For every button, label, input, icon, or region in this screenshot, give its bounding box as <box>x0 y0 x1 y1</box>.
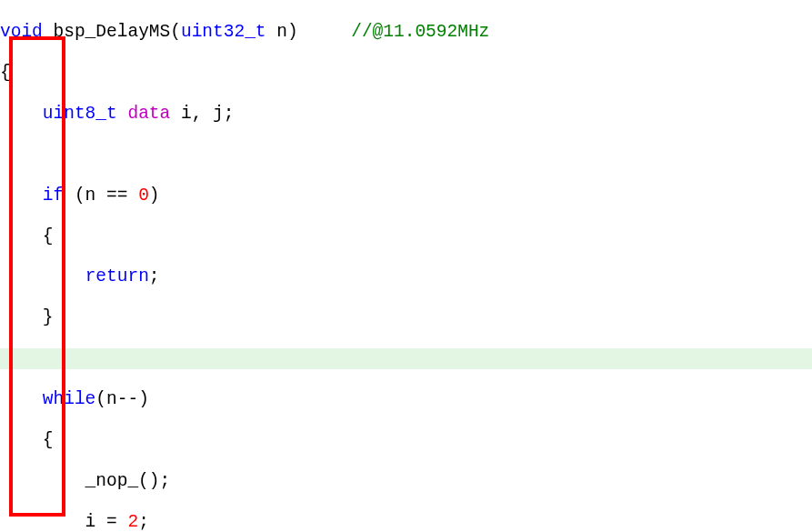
argument: n) <box>266 22 352 42</box>
keyword-if: if <box>43 186 64 206</box>
semi: ; <box>149 266 160 286</box>
type-uint32: uint32_t <box>181 22 266 42</box>
indent <box>0 186 43 206</box>
code-line: i = 2; <box>0 512 812 532</box>
code-line <box>0 145 812 165</box>
keyword-data: data <box>127 104 170 124</box>
code-line: _nop_(); <box>0 471 812 491</box>
code-line: while(n--) <box>0 389 812 409</box>
vars: i, j; <box>170 104 234 124</box>
comment: //@11.0592MHz <box>351 22 489 42</box>
keyword-return: return <box>85 266 149 286</box>
cond: (n--) <box>95 389 149 409</box>
indent <box>0 104 43 124</box>
code-line: return; <box>0 266 812 286</box>
code-line: { <box>0 430 812 450</box>
code-line-highlighted <box>0 348 812 368</box>
assign-i: i = <box>0 512 127 532</box>
keyword-void: void <box>0 22 43 42</box>
code-editor[interactable]: void bsp_DelayMS(uint32_t n) //@11.0592M… <box>0 0 812 532</box>
literal-2: 2 <box>127 512 138 532</box>
func-sig: bsp_DelayMS( <box>43 22 181 42</box>
literal-zero: 0 <box>138 186 149 206</box>
code-line: { <box>0 63 812 83</box>
indent <box>0 266 85 286</box>
cond-close: ) <box>149 186 160 206</box>
code-line: if (n == 0) <box>0 186 812 206</box>
code-line: { <box>0 226 812 246</box>
keyword-while: while <box>43 389 96 409</box>
code-line: uint8_t data i, j; <box>0 104 812 124</box>
cond-open: (n == <box>64 186 138 206</box>
type-uint8: uint8_t <box>43 104 117 124</box>
code-line: } <box>0 307 812 327</box>
indent <box>0 389 43 409</box>
code-line: void bsp_DelayMS(uint32_t n) //@11.0592M… <box>0 22 812 42</box>
